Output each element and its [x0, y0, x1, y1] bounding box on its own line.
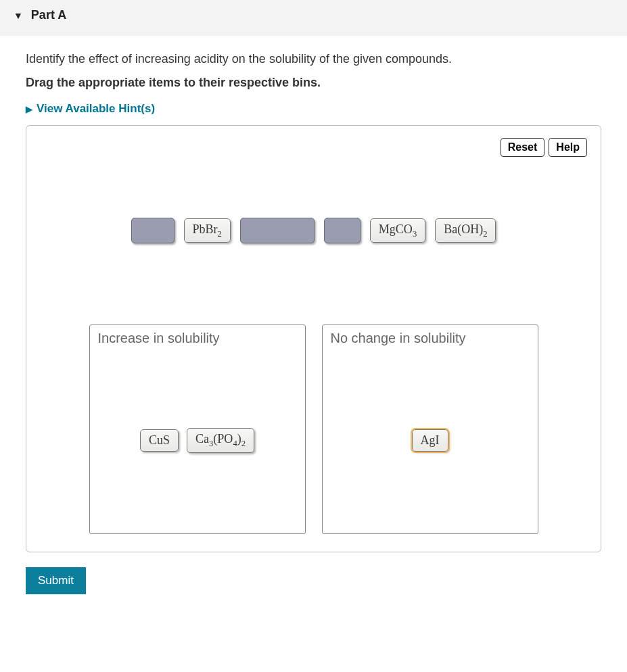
bin-items: AgI: [331, 353, 530, 528]
question-prompt: Identify the effect of increasing acidit…: [26, 52, 601, 66]
chip-agi[interactable]: AgI: [412, 429, 448, 452]
help-button[interactable]: Help: [549, 138, 587, 157]
placeholder-slot[interactable]: [131, 218, 175, 243]
view-hints-link[interactable]: ▶View Available Hint(s): [26, 102, 601, 116]
reset-button[interactable]: Reset: [501, 138, 545, 157]
submit-row: Submit: [26, 567, 601, 594]
question-instruction: Drag the appropriate items to their resp…: [26, 76, 601, 90]
part-header[interactable]: ▼ Part A: [0, 0, 627, 36]
bin-label: No change in solubility: [331, 331, 530, 346]
hints-label: View Available Hint(s): [37, 102, 155, 115]
bin-increase[interactable]: Increase in solubility CuS Ca3(PO4)2: [89, 325, 306, 534]
bin-nochange[interactable]: No change in solubility AgI: [322, 325, 538, 534]
chip-cus[interactable]: CuS: [140, 429, 179, 452]
chip-pbbr2[interactable]: PbBr2: [184, 218, 231, 243]
workspace-toolbar: Reset Help: [40, 138, 587, 157]
collapse-icon: ▼: [14, 10, 23, 21]
bins-row: Increase in solubility CuS Ca3(PO4)2 No …: [40, 325, 587, 534]
bin-label: Increase in solubility: [98, 331, 297, 346]
submit-button[interactable]: Submit: [26, 567, 86, 594]
chip-mgco3[interactable]: MgCO3: [370, 218, 425, 243]
placeholder-slot[interactable]: [240, 218, 315, 243]
chip-ca3po4[interactable]: Ca3(PO4)2: [187, 428, 254, 453]
drag-workspace: Reset Help PbBr2 MgCO3 Ba(OH)2 Increase …: [26, 125, 601, 552]
placeholder-slot[interactable]: [324, 218, 361, 243]
chip-baoh2[interactable]: Ba(OH)2: [435, 218, 496, 243]
content-area: Identify the effect of increasing acidit…: [0, 36, 627, 610]
bin-items: CuS Ca3(PO4)2: [98, 353, 297, 528]
part-title: Part A: [31, 8, 66, 22]
source-items-row: PbBr2 MgCO3 Ba(OH)2: [40, 218, 587, 243]
expand-icon: ▶: [26, 104, 32, 114]
